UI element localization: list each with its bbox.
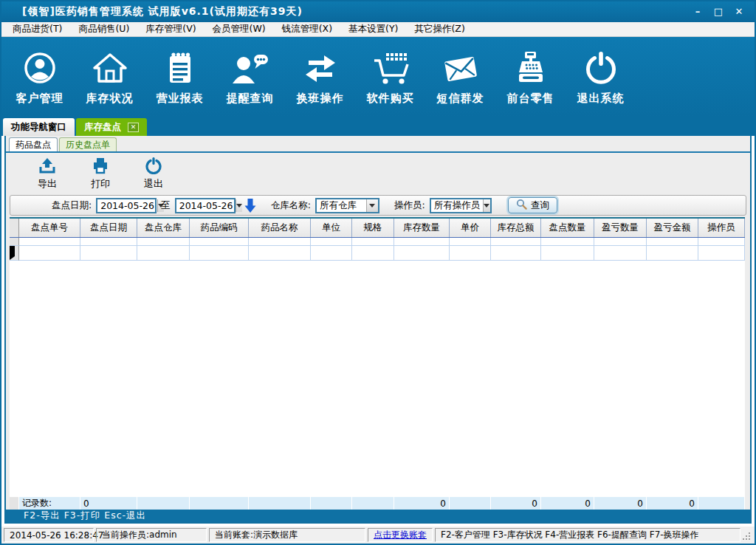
operator-select[interactable]: 所有操作员: [430, 198, 492, 213]
status-fkey-hints: F2-客户管理 F3-库存状况 F4-营业报表 F6-提醒查询 F7-换班操作: [435, 528, 740, 542]
menu-item-sales[interactable]: 商品销售(U): [70, 23, 137, 35]
grid-summary-row: 记录数: 0 0 0 0 0 0: [10, 496, 745, 510]
toolbar-exit-system[interactable]: 退出系统: [566, 37, 636, 117]
toolbar-software-purchase[interactable]: 软件购买: [355, 37, 425, 117]
filter-bar: 盘点日期: 2014-05-26 至 2014-05-26 仓库名称: 所有仓库: [10, 195, 746, 216]
column-header[interactable]: 药品名称: [249, 219, 311, 237]
menu-item-other[interactable]: 其它操作(Z): [406, 23, 472, 35]
menu-item-settings[interactable]: 基本设置(Y): [340, 23, 406, 35]
app-window: [领智]医药销售管理系统 试用版v6.1(试用期还有39天) – □ ✕ 商品进…: [0, 0, 756, 545]
stocktaking-grid: 盘点单号 盘点日期 盘点仓库 药品编码 药品名称 单位 规格 库存数量 单价 库…: [10, 217, 745, 510]
date-to-select[interactable]: 2014-05-26: [175, 198, 236, 213]
window-controls: – □ ✕: [690, 5, 747, 18]
menu-bar: 商品进货(T) 商品销售(U) 库存管理(V) 会员管理(W) 钱流管理(X) …: [1, 22, 755, 37]
subtab-history-stocktaking[interactable]: 历史盘点单: [59, 137, 117, 151]
maximize-button[interactable]: □: [710, 5, 726, 18]
toolbar-sms-broadcast[interactable]: 短信群发: [425, 37, 495, 117]
to-label: 至: [161, 199, 171, 212]
power-icon: [145, 157, 162, 176]
column-header[interactable]: 操作员: [698, 219, 745, 237]
status-datetime: 2014-05-26 16:28:47: [4, 528, 94, 542]
toolbar-pos-retail[interactable]: 前台零售: [495, 37, 566, 117]
toolbar-customer-management[interactable]: 客户管理: [4, 37, 75, 117]
column-header[interactable]: 盘点单号: [19, 219, 80, 237]
close-button[interactable]: ✕: [731, 5, 747, 18]
record-count-value: 0: [80, 497, 137, 510]
tab-function-navigator[interactable]: 功能导航窗口: [3, 118, 75, 136]
printer-icon: [92, 157, 109, 176]
column-header[interactable]: 库存数量: [394, 219, 450, 237]
toolbar-reminder-query[interactable]: 提醒查询: [215, 37, 285, 117]
chevron-down-icon[interactable]: [236, 199, 242, 212]
column-header[interactable]: 盘点仓库: [137, 219, 190, 237]
menu-item-cashflow[interactable]: 钱流管理(X): [274, 23, 340, 35]
operator-label: 操作员:: [394, 199, 425, 212]
warehouse-label: 仓库名称:: [271, 199, 311, 212]
blue-down-arrow-icon[interactable]: [244, 198, 256, 213]
action-bar: 导出 打印 退出: [6, 153, 750, 194]
stock-qty-total: 0: [394, 497, 450, 510]
column-header[interactable]: 盈亏数量: [594, 219, 647, 237]
record-count-label: 记录数:: [19, 497, 80, 510]
shopping-cart-icon: [372, 48, 409, 85]
grid-empty-area: [10, 261, 745, 496]
window-title: [领智]医药销售管理系统 试用版v6.1(试用期还有39天): [22, 5, 303, 18]
power-icon: [584, 48, 618, 85]
search-button[interactable]: 查询: [508, 197, 557, 213]
export-icon: [38, 157, 56, 176]
menu-item-purchase[interactable]: 商品进货(T): [4, 23, 70, 35]
column-header[interactable]: 单价: [450, 219, 491, 237]
search-icon: [516, 199, 527, 212]
tab-stock-taking[interactable]: 库存盘点 ✕: [76, 118, 147, 136]
date-from-select[interactable]: 2014-05-26: [96, 198, 157, 213]
column-header[interactable]: 盘点日期: [80, 219, 137, 237]
exit-button[interactable]: 退出: [136, 157, 171, 191]
menu-item-members[interactable]: 会员管理(W): [205, 23, 274, 35]
title-bar: [领智]医药销售管理系统 试用版v6.1(试用期还有39天) – □ ✕: [1, 1, 755, 22]
shortcut-hint-bar: F2-导出 F3-打印 Esc-退出: [6, 510, 750, 522]
diff-amount-total: 0: [647, 497, 698, 510]
menu-item-inventory[interactable]: 库存管理(V): [137, 23, 204, 35]
grid-header-row: 盘点单号 盘点日期 盘点仓库 药品编码 药品名称 单位 规格 库存数量 单价 库…: [10, 217, 745, 238]
counted-qty-total: 0: [541, 497, 594, 510]
column-header[interactable]: 规格: [352, 219, 394, 237]
status-current-operator: 当前操作员:admin: [96, 528, 207, 542]
sub-tab-strip: 药品盘点 历史盘点单: [6, 136, 750, 151]
current-grid-row[interactable]: [10, 246, 745, 261]
export-button[interactable]: 导出: [30, 157, 65, 191]
notepad-icon: [164, 48, 196, 85]
tab-close-icon[interactable]: ✕: [128, 123, 139, 132]
column-header[interactable]: 盈亏金额: [647, 219, 698, 237]
empty-grid-row: [10, 238, 745, 246]
date-range-label: 盘点日期:: [52, 199, 92, 212]
diff-qty-total: 0: [594, 497, 647, 510]
print-button[interactable]: 打印: [83, 157, 118, 191]
envelope-icon: [442, 48, 479, 85]
toolbar-business-report[interactable]: 营业报表: [145, 37, 215, 117]
main-toolbar: 客户管理 库存状况 营业报表 提醒查询 换班操作: [1, 37, 755, 117]
minimize-button[interactable]: –: [690, 5, 706, 18]
switch-account-link[interactable]: 点击更换账套: [374, 529, 427, 541]
column-header[interactable]: 药品编码: [190, 219, 249, 237]
chevron-down-icon[interactable]: [483, 199, 490, 212]
column-header[interactable]: 库存总额: [491, 219, 541, 237]
person-chat-icon: [231, 48, 269, 85]
column-header[interactable]: 单位: [311, 219, 352, 237]
home-icon: [92, 48, 128, 85]
cash-register-icon: [514, 48, 548, 85]
column-header[interactable]: 盘点数量: [541, 219, 594, 237]
chevron-down-icon[interactable]: [366, 199, 378, 212]
toolbar-stock-status[interactable]: 库存状况: [75, 37, 145, 117]
client-area: 药品盘点 历史盘点单 导出 打印: [1, 136, 755, 527]
switch-account-panel: 点击更换账套: [368, 528, 433, 542]
status-bar: 2014-05-26 16:28:47 当前操作员:admin 当前账套:演示数…: [1, 527, 755, 544]
subtab-drug-stocktaking[interactable]: 药品盘点: [9, 137, 58, 151]
resize-grip[interactable]: [743, 530, 752, 540]
current-row-arrow-icon: [10, 246, 15, 260]
status-current-account: 当前账套:演示数据库: [209, 528, 365, 542]
warehouse-select[interactable]: 所有仓库: [315, 198, 379, 213]
row-selector-header: [10, 219, 19, 237]
user-circle-icon: [23, 48, 57, 85]
toolbar-shift-change[interactable]: 换班操作: [285, 37, 355, 117]
document-tab-strip: 功能导航窗口 库存盘点 ✕: [1, 117, 755, 136]
